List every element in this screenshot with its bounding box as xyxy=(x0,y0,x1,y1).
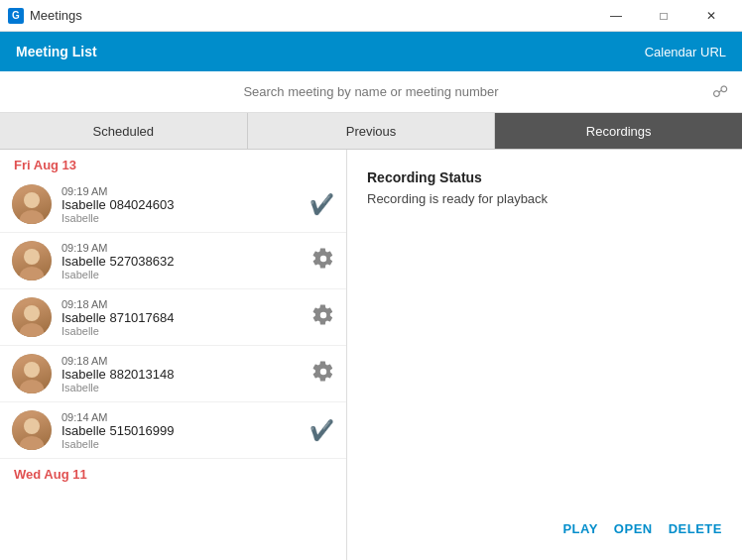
tab-recordings[interactable]: Recordings xyxy=(495,113,742,149)
search-input[interactable] xyxy=(0,84,742,99)
avatar xyxy=(12,354,52,393)
avatar xyxy=(12,410,52,450)
date-group-fri: Fri Aug 13 09:19 AM Isabelle 084024603 I… xyxy=(0,150,346,459)
avatar-image xyxy=(12,297,52,337)
title-bar-left: G Meetings xyxy=(8,8,82,24)
tabs: Scheduled Previous Recordings xyxy=(0,113,742,150)
play-button[interactable]: PLAY xyxy=(562,521,597,536)
meeting-info: 09:18 AM Isabelle 871017684 Isabelle xyxy=(62,298,312,337)
meeting-info: 09:18 AM Isabelle 882013148 Isabelle xyxy=(62,355,312,393)
avatar-image xyxy=(12,184,52,224)
processing-icon xyxy=(312,248,334,270)
search-icon: ☍ xyxy=(712,82,728,101)
processing-icon xyxy=(312,361,334,383)
recording-status-title: Recording Status xyxy=(367,169,722,185)
ready-icon: ✔️ xyxy=(309,419,334,441)
tab-scheduled[interactable]: Scheduled xyxy=(0,113,248,149)
ready-icon: ✔️ xyxy=(309,193,334,215)
meeting-item[interactable]: 09:19 AM Isabelle 527038632 Isabelle xyxy=(0,233,346,289)
action-buttons: PLAY OPEN DELETE xyxy=(367,521,722,540)
header-title: Meeting List xyxy=(16,44,97,59)
meeting-host: Isabelle xyxy=(62,269,312,280)
meeting-name: Isabelle 527038632 xyxy=(62,254,312,269)
calendar-url-link[interactable]: Calendar URL xyxy=(645,45,726,59)
meeting-host: Isabelle xyxy=(62,212,309,224)
meeting-item[interactable]: 09:19 AM Isabelle 084024603 Isabelle ✔️ xyxy=(0,176,346,233)
meeting-host: Isabelle xyxy=(62,382,312,393)
meeting-info: 09:19 AM Isabelle 084024603 Isabelle xyxy=(62,185,309,224)
meeting-item[interactable]: 09:18 AM Isabelle 882013148 Isabelle xyxy=(0,346,346,402)
meeting-info: 09:19 AM Isabelle 527038632 Isabelle xyxy=(62,242,312,280)
avatar xyxy=(12,184,52,224)
meeting-time: 09:18 AM xyxy=(62,355,312,367)
meeting-info: 09:14 AM Isabelle 515016999 Isabelle xyxy=(62,411,309,450)
avatar-image xyxy=(12,241,52,280)
meeting-item[interactable]: 09:14 AM Isabelle 515016999 Isabelle ✔️ xyxy=(0,402,346,459)
meeting-name: Isabelle 084024603 xyxy=(62,197,309,212)
right-panel: Recording Status Recording is ready for … xyxy=(347,150,742,560)
minimize-button[interactable]: — xyxy=(593,0,639,32)
date-header-fri: Fri Aug 13 xyxy=(0,150,346,176)
meeting-name: Isabelle 515016999 xyxy=(62,423,309,438)
status-badge: ✔️ xyxy=(309,418,334,442)
header-bar: Meeting List Calendar URL xyxy=(0,32,742,71)
search-bar: ☍ xyxy=(0,71,742,113)
meeting-time: 09:19 AM xyxy=(62,242,312,254)
meeting-item[interactable]: 09:18 AM Isabelle 871017684 Isabelle xyxy=(0,289,346,346)
tab-previous[interactable]: Previous xyxy=(248,113,496,149)
left-panel: Fri Aug 13 09:19 AM Isabelle 084024603 I… xyxy=(0,150,347,560)
close-button[interactable]: ✕ xyxy=(688,0,734,32)
date-header-wed: Wed Aug 11 xyxy=(0,459,346,486)
processing-icon xyxy=(312,304,334,326)
window-controls: — □ ✕ xyxy=(593,0,734,32)
avatar xyxy=(12,241,52,280)
meeting-time: 09:19 AM xyxy=(62,185,309,197)
status-badge xyxy=(312,304,334,330)
title-bar: G Meetings — □ ✕ xyxy=(0,0,742,32)
avatar xyxy=(12,297,52,337)
meeting-time: 09:18 AM xyxy=(62,298,312,310)
status-badge xyxy=(312,248,334,274)
avatar-image xyxy=(12,410,52,450)
app-title: Meetings xyxy=(30,8,82,23)
meeting-name: Isabelle 871017684 xyxy=(62,310,312,325)
meeting-host: Isabelle xyxy=(62,438,309,450)
meeting-host: Isabelle xyxy=(62,325,312,337)
open-button[interactable]: OPEN xyxy=(614,521,653,536)
date-group-wed: Wed Aug 11 xyxy=(0,459,346,486)
maximize-button[interactable]: □ xyxy=(641,0,686,32)
meeting-name: Isabelle 882013148 xyxy=(62,367,312,382)
meeting-time: 09:14 AM xyxy=(62,411,309,423)
recording-status-section: Recording Status Recording is ready for … xyxy=(367,169,722,206)
avatar-image xyxy=(12,354,52,393)
recording-status-text: Recording is ready for playback xyxy=(367,191,722,206)
app-icon: G xyxy=(8,8,24,24)
delete-button[interactable]: DELETE xyxy=(669,521,722,536)
status-badge xyxy=(312,361,334,387)
main-content: Fri Aug 13 09:19 AM Isabelle 084024603 I… xyxy=(0,150,742,560)
status-badge: ✔️ xyxy=(309,192,334,216)
